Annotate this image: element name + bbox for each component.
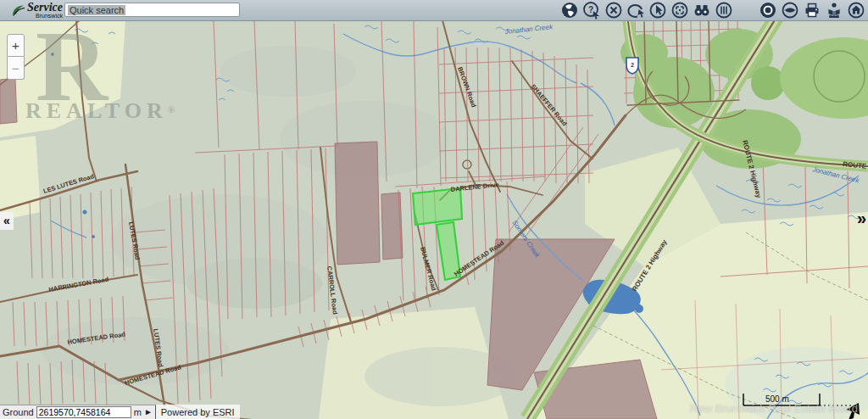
zoom-in-button[interactable]: +: [7, 34, 25, 57]
top-bar: Service Brunswick Quick search ?: [0, 0, 868, 21]
map-viewer-window: 2 LES LUTES Road LUTES Road LUTES Road H…: [0, 0, 868, 419]
zoom-control: + −: [7, 34, 25, 80]
full-extent-icon[interactable]: [759, 1, 777, 20]
svg-text:?: ?: [588, 5, 593, 14]
map-canvas[interactable]: 2 LES LUTES Road LUTES Road LUTES Road H…: [0, 20, 868, 419]
logo-service-text: Service: [27, 2, 63, 14]
service-nb-logo: Service Brunswick: [10, 0, 63, 20]
clear-selection-icon[interactable]: [604, 1, 623, 20]
identify-help-icon[interactable]: ?: [582, 1, 601, 20]
status-bar: Ground m ► Powered by ESRI: [0, 405, 240, 419]
route-shield-icon: 2: [626, 58, 638, 74]
measure-icon[interactable]: [715, 1, 733, 20]
ground-label: Ground: [3, 407, 34, 417]
print-icon[interactable]: [803, 1, 821, 20]
expand-right-panel-button[interactable]: »: [857, 209, 866, 228]
zoom-out-button[interactable]: −: [7, 57, 25, 80]
logo-brunswick-text: Brunswick: [27, 13, 63, 19]
track-cursor-icon[interactable]: ►: [144, 408, 153, 416]
unit-label: m: [134, 407, 142, 417]
quick-search-input[interactable]: Quick search: [64, 3, 240, 17]
search-text: Quick search: [68, 5, 125, 15]
map-toolbar: ?: [560, 1, 865, 20]
pan-eye-icon[interactable]: [781, 1, 799, 20]
collapse-left-panel-button[interactable]: «: [0, 212, 14, 230]
snb-swoosh-icon: [10, 3, 25, 18]
zoom-extent-icon[interactable]: [670, 1, 689, 20]
powered-by-esri: Powered by ESRI: [156, 405, 240, 419]
svg-text:500 m: 500 m: [765, 394, 789, 404]
lasso-select-icon[interactable]: [626, 1, 645, 20]
find-binoculars-icon[interactable]: [693, 1, 711, 20]
svg-text:2: 2: [631, 62, 634, 68]
overview-globe-icon[interactable]: [560, 1, 579, 20]
point-select-icon[interactable]: [648, 1, 667, 20]
home-icon[interactable]: [847, 1, 865, 20]
coordinates-input[interactable]: [36, 406, 131, 418]
coordinate-readout: Ground m ►: [0, 405, 156, 419]
user-guide-icon[interactable]: [825, 1, 843, 20]
